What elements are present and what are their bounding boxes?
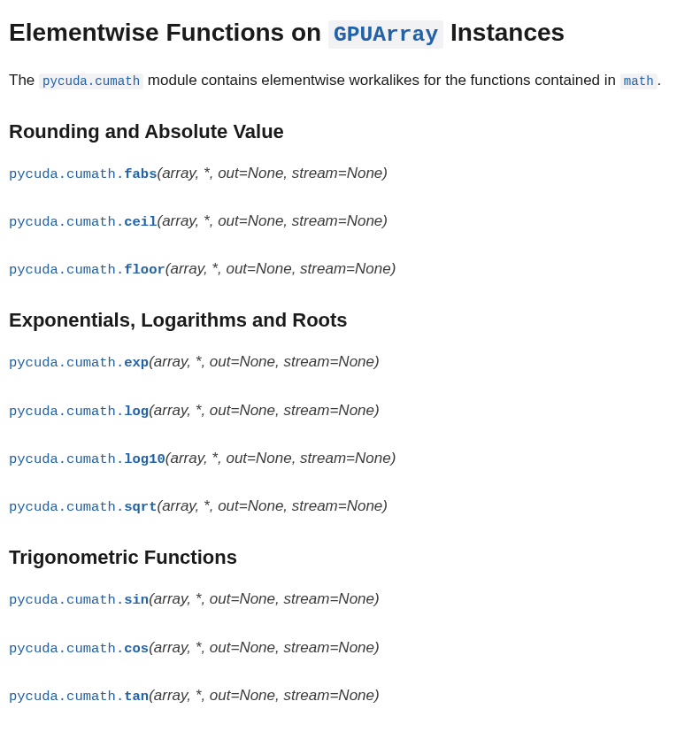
function-signature: pycuda.cumath.exp(array, *, out=None, st…: [9, 351, 691, 374]
intro-math-link[interactable]: math: [620, 73, 658, 89]
function-params: (array, *, out=None, stream=None): [165, 260, 396, 277]
intro-post: .: [658, 72, 662, 89]
function-name-log[interactable]: log: [124, 404, 149, 420]
function-name-floor[interactable]: floor: [124, 262, 165, 278]
function-module-prefix[interactable]: pycuda.cumath.: [9, 689, 124, 705]
function-signature: pycuda.cumath.ceil(array, *, out=None, s…: [9, 210, 691, 233]
function-module-prefix[interactable]: pycuda.cumath.: [9, 499, 124, 515]
function-name-tan[interactable]: tan: [124, 689, 149, 705]
function-params: (array, *, out=None, stream=None): [149, 402, 380, 419]
function-params: (array, *, out=None, stream=None): [149, 639, 380, 656]
function-params: (array, *, out=None, stream=None): [157, 165, 388, 181]
title-code-gpuarray[interactable]: GPUArray: [328, 20, 443, 49]
function-name-exp[interactable]: exp: [124, 355, 149, 371]
function-name-sqrt[interactable]: sqrt: [124, 499, 157, 515]
intro-paragraph: The pycuda.cumath module contains elemen…: [9, 69, 691, 92]
title-post: Instances: [443, 19, 565, 46]
intro-pre: The: [9, 72, 39, 89]
intro-module-link[interactable]: pycuda.cumath: [39, 73, 143, 89]
function-signature: pycuda.cumath.cos(array, *, out=None, st…: [9, 636, 691, 659]
function-module-prefix[interactable]: pycuda.cumath.: [9, 214, 124, 230]
function-signature: pycuda.cumath.log10(array, *, out=None, …: [9, 447, 691, 470]
function-params: (array, *, out=None, stream=None): [157, 212, 388, 229]
function-signature: pycuda.cumath.sin(array, *, out=None, st…: [9, 588, 691, 611]
function-name-fabs[interactable]: fabs: [124, 166, 157, 182]
function-signature: pycuda.cumath.log(array, *, out=None, st…: [9, 399, 691, 422]
function-module-prefix[interactable]: pycuda.cumath.: [9, 641, 124, 657]
function-name-ceil[interactable]: ceil: [124, 214, 157, 230]
section-heading: Exponentials, Logarithms and Roots: [9, 305, 691, 335]
function-module-prefix[interactable]: pycuda.cumath.: [9, 355, 124, 371]
function-signature: pycuda.cumath.fabs(array, *, out=None, s…: [9, 162, 691, 185]
function-module-prefix[interactable]: pycuda.cumath.: [9, 592, 124, 608]
function-name-sin[interactable]: sin: [124, 592, 149, 608]
function-name-log10[interactable]: log10: [124, 451, 165, 467]
function-signature: pycuda.cumath.tan(array, *, out=None, st…: [9, 684, 691, 707]
function-module-prefix[interactable]: pycuda.cumath.: [9, 451, 124, 467]
section-heading: Rounding and Absolute Value: [9, 117, 691, 146]
intro-mid: module contains elementwise workalikes f…: [143, 72, 620, 89]
function-params: (array, *, out=None, stream=None): [149, 353, 380, 370]
function-module-prefix[interactable]: pycuda.cumath.: [9, 262, 124, 278]
function-params: (array, *, out=None, stream=None): [165, 450, 396, 466]
function-signature: pycuda.cumath.sqrt(array, *, out=None, s…: [9, 495, 691, 518]
function-params: (array, *, out=None, stream=None): [149, 590, 380, 607]
title-pre: Elementwise Functions on: [9, 19, 328, 46]
function-module-prefix[interactable]: pycuda.cumath.: [9, 166, 124, 182]
function-params: (array, *, out=None, stream=None): [157, 497, 388, 514]
page-title: Elementwise Functions on GPUArray Instan…: [9, 14, 691, 51]
function-signature: pycuda.cumath.floor(array, *, out=None, …: [9, 258, 691, 281]
section-heading: Trigonometric Functions: [9, 543, 691, 572]
function-name-cos[interactable]: cos: [124, 641, 149, 657]
function-params: (array, *, out=None, stream=None): [149, 687, 380, 704]
function-module-prefix[interactable]: pycuda.cumath.: [9, 404, 124, 420]
